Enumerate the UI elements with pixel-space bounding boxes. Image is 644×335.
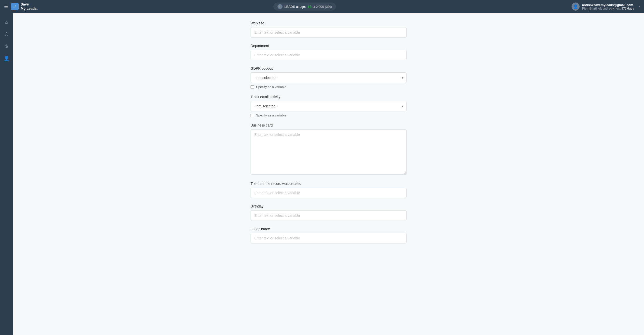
sidebar-item-profile[interactable]: 👤 [2, 53, 12, 63]
user-plan: Plan |Start| left until payment 376 days [582, 7, 634, 10]
chevron-right-icon[interactable]: › [639, 4, 640, 9]
menu-icon[interactable]: ☰ [4, 4, 8, 9]
sidebar: ⌂ ⬡ $ 👤 [0, 13, 13, 335]
dollar-icon: $ [5, 44, 8, 49]
select-wrapper-track-email: - not selected - Yes No ▾ [251, 101, 407, 111]
sidebar-item-billing[interactable]: $ [2, 41, 12, 51]
topbar-right: 👤 andrewsavemyleads@gmail.com Plan |Star… [572, 3, 640, 11]
label-gdpr-optout: GDPR opt-out [251, 66, 407, 70]
select-track-email[interactable]: - not selected - Yes No [251, 101, 407, 111]
label-track-email: Track email activity [251, 95, 407, 99]
input-birthday[interactable] [251, 210, 407, 221]
checkbox-label-track-email: Specify as a variable [256, 113, 286, 117]
label-website: Web site [251, 21, 407, 25]
label-birthday: Birthday [251, 204, 407, 208]
leads-usage-label: LEADS usage: [285, 5, 306, 9]
checkbox-row-gdpr: Specify as a variable [251, 85, 407, 89]
label-department: Department [251, 44, 407, 48]
leads-used: 58 of 2'000 (3%) [308, 5, 332, 9]
label-business-card: Business card [251, 123, 407, 127]
field-department: Department [251, 44, 407, 60]
flow-icon: ⬡ [5, 31, 9, 37]
input-website[interactable] [251, 27, 407, 38]
logo-area: ✓ Save My Leads. [11, 2, 38, 11]
field-website: Web site [251, 21, 407, 38]
app-body: ⌂ ⬡ $ 👤 Web site Department GD [0, 13, 644, 335]
checkbox-row-track-email: Specify as a variable [251, 113, 407, 117]
field-birthday: Birthday [251, 204, 407, 221]
checkbox-label-gdpr: Specify as a variable [256, 85, 286, 89]
user-info: andrewsavemyleads@gmail.com Plan |Start|… [582, 3, 634, 10]
topbar-left: ☰ ✓ Save My Leads. [4, 2, 38, 11]
label-record-date: The date the record was created [251, 182, 407, 186]
select-wrapper-gdpr: - not selected - Yes No ▾ [251, 72, 407, 83]
field-gdpr-optout: GDPR opt-out - not selected - Yes No ▾ S… [251, 66, 407, 89]
textarea-business-card[interactable] [251, 129, 407, 175]
sidebar-item-home[interactable]: ⌂ [2, 17, 12, 27]
select-gdpr-optout[interactable]: - not selected - Yes No [251, 72, 407, 83]
user-avatar: 👤 [572, 3, 580, 11]
input-record-date[interactable] [251, 188, 407, 198]
checkbox-track-email-variable[interactable] [251, 114, 254, 117]
topbar: ☰ ✓ Save My Leads. i LEADS usage: 58 of … [0, 0, 644, 13]
checkbox-gdpr-variable[interactable] [251, 85, 254, 89]
field-track-email: Track email activity - not selected - Ye… [251, 95, 407, 117]
input-department[interactable] [251, 50, 407, 60]
user-email: andrewsavemyleads@gmail.com [582, 3, 634, 7]
topbar-center: i LEADS usage: 58 of 2'000 (3%) [38, 3, 572, 11]
field-record-date: The date the record was created [251, 182, 407, 198]
input-lead-source[interactable] [251, 233, 407, 243]
logo-text: Save My Leads. [21, 2, 38, 11]
logo-check-icon: ✓ [11, 3, 19, 10]
form-container: Web site Department GDPR opt-out - not s… [251, 21, 407, 243]
user-icon: 👤 [4, 56, 9, 61]
field-lead-source: Lead source [251, 227, 407, 243]
main-content: Web site Department GDPR opt-out - not s… [13, 13, 644, 335]
label-lead-source: Lead source [251, 227, 407, 231]
field-business-card: Business card [251, 123, 407, 176]
home-icon: ⌂ [5, 20, 8, 25]
info-icon: i [277, 4, 283, 9]
sidebar-item-flows[interactable]: ⬡ [2, 29, 12, 39]
leads-usage-badge: i LEADS usage: 58 of 2'000 (3%) [273, 3, 336, 11]
